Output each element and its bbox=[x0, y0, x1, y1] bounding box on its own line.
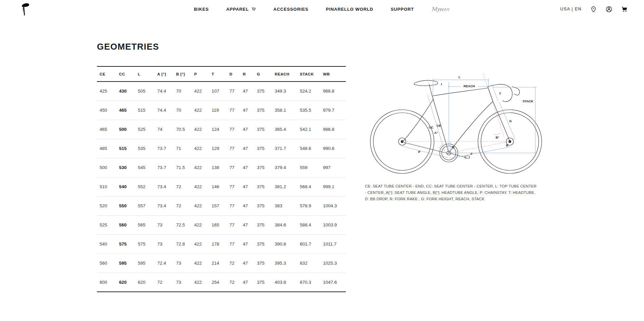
table-cell: 422 bbox=[192, 139, 209, 158]
table-cell: 375 bbox=[254, 139, 272, 158]
table-cell: 559 bbox=[297, 158, 320, 177]
table-cell: 542.1 bbox=[297, 120, 320, 139]
table-cell: 365.4 bbox=[272, 120, 297, 139]
column-header: STACK bbox=[297, 66, 320, 82]
table-cell: 422 bbox=[192, 158, 209, 177]
table-cell: 966.8 bbox=[320, 82, 346, 101]
nav-item-bikes[interactable]: BIKES bbox=[194, 7, 209, 12]
table-cell: 77 bbox=[227, 101, 240, 120]
table-cell: 72.4 bbox=[155, 254, 173, 273]
table-cell: 430 bbox=[116, 82, 135, 101]
table-row: 4655005257470.54221247747375365.4542.198… bbox=[97, 120, 346, 139]
main-nav: BIKES APPAREL ACCESSORIES PINARELLO WORL… bbox=[194, 6, 450, 12]
dim-label-reach: REACH bbox=[464, 84, 475, 88]
table-cell: 47 bbox=[240, 139, 254, 158]
nav-label: SUPPORT bbox=[391, 7, 414, 12]
table-cell: 77 bbox=[227, 120, 240, 139]
table-cell: 72.5 bbox=[173, 215, 192, 234]
table-cell: 575 bbox=[116, 234, 135, 254]
table-cell: 999.1 bbox=[320, 177, 346, 196]
nav-item-apparel[interactable]: APPAREL bbox=[226, 7, 256, 12]
table-cell: 375 bbox=[254, 234, 272, 254]
table-cell: 422 bbox=[192, 120, 209, 139]
table-cell: 73 bbox=[155, 234, 173, 254]
dim-label-stack: STACK bbox=[523, 99, 533, 103]
table-cell: 620 bbox=[116, 273, 135, 292]
table-cell: 73 bbox=[173, 273, 192, 292]
table-cell: 375 bbox=[254, 273, 272, 292]
table-cell: 124 bbox=[209, 120, 227, 139]
table-cell: 620 bbox=[135, 273, 155, 292]
location-pin-icon[interactable] bbox=[590, 6, 597, 13]
column-header: B [°] bbox=[173, 66, 192, 82]
table-cell: 71.5 bbox=[173, 158, 192, 177]
table-cell: 600 bbox=[97, 273, 116, 292]
table-cell: 70 bbox=[173, 82, 192, 101]
diagram-caption: CE: SEAT TUBE CENTER - END, CC: SEAT TUB… bbox=[365, 183, 537, 202]
table-cell: 72.8 bbox=[173, 234, 192, 254]
account-icon[interactable] bbox=[605, 6, 612, 13]
table-cell: 47 bbox=[240, 215, 254, 234]
table-cell: 73.4 bbox=[155, 177, 173, 196]
content: GEOMETRIES CECCLA [°]B [°]PTDRGREACHSTAC… bbox=[0, 18, 644, 292]
table-cell: 214 bbox=[209, 254, 227, 273]
column-header: CE bbox=[97, 66, 116, 82]
column-header: L bbox=[135, 66, 155, 82]
table-cell: 70 bbox=[173, 101, 192, 120]
table-cell: 632 bbox=[297, 254, 320, 273]
nav-label: ACCESSORIES bbox=[273, 7, 309, 12]
table-cell: 575 bbox=[135, 234, 155, 254]
table-cell: 77 bbox=[227, 139, 240, 158]
table-cell: 73 bbox=[173, 254, 192, 273]
table-cell: 560 bbox=[116, 215, 135, 234]
table-cell: 557 bbox=[135, 196, 155, 215]
table-cell: 525 bbox=[97, 215, 116, 234]
table-cell: 383 bbox=[272, 196, 297, 215]
pinarello-logo[interactable] bbox=[19, 2, 30, 16]
table-cell: 375 bbox=[254, 177, 272, 196]
table-cell: 178 bbox=[209, 234, 227, 254]
table-body: 42543050574.4704221077747375349.3524.296… bbox=[97, 82, 346, 292]
table-cell: 107 bbox=[209, 82, 227, 101]
table-cell: 72 bbox=[227, 254, 240, 273]
dim-label-a: A° bbox=[434, 131, 438, 135]
table-cell: 74.4 bbox=[155, 101, 173, 120]
table-cell: 422 bbox=[192, 196, 209, 215]
column-header: D bbox=[227, 66, 240, 82]
table-cell: 375 bbox=[254, 158, 272, 177]
table-cell: 74.4 bbox=[155, 82, 173, 101]
table-cell: 403.8 bbox=[272, 273, 297, 292]
nav-item-myway-logo[interactable]: MyWAY bbox=[431, 6, 450, 12]
table-cell: 545 bbox=[135, 158, 155, 177]
dim-label-cc: CC bbox=[429, 125, 433, 129]
table-cell: 375 bbox=[254, 101, 272, 120]
dim-label-b: B° bbox=[496, 136, 499, 139]
table-cell: 535 bbox=[135, 139, 155, 158]
table-cell: 525 bbox=[135, 120, 155, 139]
top-nav: BIKES APPAREL ACCESSORIES PINARELLO WORL… bbox=[0, 0, 644, 18]
column-header: A [°] bbox=[155, 66, 173, 82]
table-cell: 540 bbox=[116, 177, 135, 196]
table-cell: 47 bbox=[240, 101, 254, 120]
table-cell: 422 bbox=[192, 177, 209, 196]
table-cell: 72 bbox=[173, 177, 192, 196]
locale-selector[interactable]: USA | EN bbox=[560, 7, 582, 11]
table-cell: 997 bbox=[320, 158, 346, 177]
table-cell: 485 bbox=[97, 139, 116, 158]
table-cell: 560 bbox=[97, 254, 116, 273]
dim-label-t: T bbox=[499, 92, 501, 95]
nav-item-pinarello-world[interactable]: PINARELLO WORLD bbox=[326, 7, 373, 12]
dim-label-ce: CE bbox=[436, 124, 441, 127]
nav-item-accessories[interactable]: ACCESSORIES bbox=[273, 7, 309, 12]
table-cell: 530 bbox=[116, 158, 135, 177]
table-cell: 47 bbox=[240, 158, 254, 177]
table-cell: 601.7 bbox=[297, 234, 320, 254]
table-cell: 47 bbox=[240, 177, 254, 196]
nav-item-support[interactable]: SUPPORT bbox=[391, 7, 414, 12]
table-cell: 47 bbox=[240, 82, 254, 101]
cart-icon[interactable] bbox=[621, 6, 628, 13]
column-header: G bbox=[254, 66, 272, 82]
table-cell: 422 bbox=[192, 273, 209, 292]
table-cell: 390.8 bbox=[272, 234, 297, 254]
table-cell: 73.7 bbox=[155, 158, 173, 177]
